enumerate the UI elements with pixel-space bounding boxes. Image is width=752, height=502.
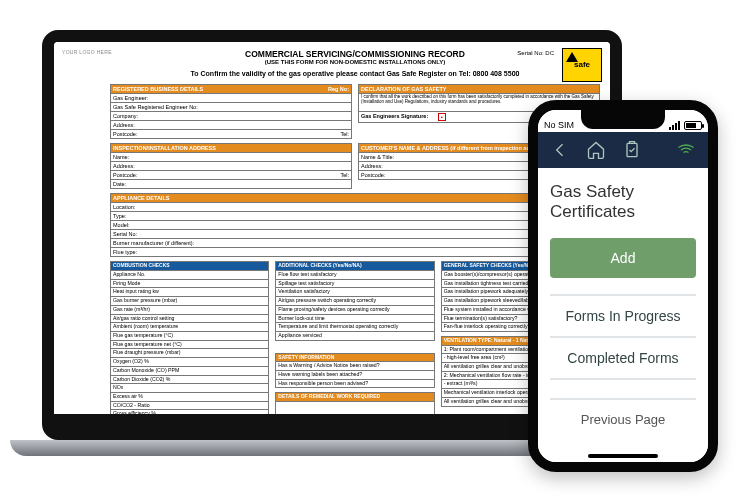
field[interactable]: Gas burner pressure (mbar) — [110, 297, 269, 306]
add-button[interactable]: Add — [550, 238, 696, 278]
document-form: YOUR LOGO HERE Serial No: DC safe COMMER… — [54, 42, 610, 414]
field[interactable]: Postcode:Tel: — [110, 130, 352, 139]
doc-validity: To Confirm the validity of the gas opera… — [110, 70, 600, 78]
field[interactable]: Location: — [110, 203, 600, 212]
field[interactable]: Flue gas temperature (°C) — [110, 332, 269, 341]
field[interactable]: Gas Safe Registered Engineer No: — [110, 103, 352, 112]
clipboard-icon[interactable] — [622, 140, 642, 160]
logo-placeholder: YOUR LOGO HERE — [62, 50, 112, 56]
signal-icon — [669, 121, 680, 130]
field[interactable]: Flame proving/safety devices operating c… — [275, 306, 434, 315]
field[interactable]: Spillage test satisfactory — [275, 280, 434, 289]
field[interactable]: CO flue dilution % — [110, 419, 269, 428]
field[interactable]: Model: — [110, 221, 600, 230]
field[interactable]: Air/gas ratio control setting — [110, 315, 269, 324]
field[interactable]: Air/gas pressure switch operating correc… — [275, 297, 434, 306]
field[interactable]: Address: — [110, 162, 352, 171]
field[interactable]: Company: — [110, 112, 352, 121]
field[interactable]: NOx — [110, 384, 269, 393]
phone-notch — [581, 109, 665, 129]
app-bar — [538, 132, 708, 168]
phone-mockup: No SIM 12:15 PM Gas Safety Certificates … — [528, 100, 718, 472]
field[interactable]: Appliance serviced — [275, 332, 434, 341]
field[interactable]: Address: — [110, 121, 352, 130]
section-combustion-heading: COMBUSTION CHECKS — [110, 261, 269, 271]
field[interactable]: Burner manufacturer (if different): — [110, 239, 600, 248]
field[interactable]: Postcode:Tel: — [110, 171, 352, 180]
field[interactable]: Firing Mode — [110, 280, 269, 289]
field[interactable]: Gas rate (m³/hr) — [110, 306, 269, 315]
section-declaration-heading: DECLARATION OF GAS SAFETY — [358, 84, 600, 94]
field[interactable]: Temperature and limit thermostat operati… — [275, 323, 434, 332]
field[interactable]: Flue type: — [110, 248, 600, 257]
field[interactable]: Have warning labels been attached? — [275, 371, 434, 380]
field[interactable]: Carbon Monoxide (CO) PPM — [110, 367, 269, 376]
section-workdone-heading: DETAILS OF WORK DONE — [275, 420, 434, 430]
section-safety-heading: SAFETY INFORMATION — [275, 353, 434, 363]
field[interactable]: Excess air % — [110, 393, 269, 402]
app-screen: Gas Safety Certificates Add Forms In Pro… — [538, 168, 708, 462]
field[interactable]: Burner lock-out time — [275, 315, 434, 324]
signature-box-icon[interactable]: • — [438, 113, 446, 121]
field[interactable] — [275, 429, 434, 440]
wifi-icon — [676, 140, 696, 160]
field[interactable]: Gas Engineer: — [110, 94, 352, 103]
field[interactable]: Ventilation satisfactory — [275, 288, 434, 297]
field[interactable]: Ambient (room) temperature — [110, 323, 269, 332]
completed-forms-button[interactable]: Completed Forms — [550, 338, 696, 380]
section-inspection-heading: INSPECTION/INSTALLATION ADDRESS — [110, 143, 352, 153]
gas-safe-logo: safe — [562, 48, 602, 82]
field[interactable]: Serial No: — [110, 230, 600, 239]
section-business-heading: REGISTERED BUSINESS DETAILS Reg No: — [110, 84, 352, 94]
field[interactable]: Type: — [110, 212, 600, 221]
forms-in-progress-button[interactable]: Forms In Progress — [550, 294, 696, 338]
home-indicator[interactable] — [588, 454, 658, 458]
previous-page-button[interactable]: Previous Page — [550, 398, 696, 439]
section-appliance-heading: APPLIANCE DETAILS — [110, 193, 600, 203]
field[interactable]: Has a Warning / Advice Notice been raise… — [275, 362, 434, 371]
field[interactable]: Gross efficiency % — [110, 410, 269, 419]
field[interactable]: Appliance No. — [110, 271, 269, 280]
page-title: Gas Safety Certificates — [550, 182, 696, 222]
field[interactable]: Name: — [110, 153, 352, 162]
field[interactable]: Heat input rating kw — [110, 288, 269, 297]
field[interactable]: Flue draught pressure (mbar) — [110, 349, 269, 358]
section-additional-heading: ADDITIONAL CHECKS (Yes/No/NA) — [275, 261, 434, 271]
doc-subtitle: (USE THIS FORM FOR NON-DOMESTIC INSTALLA… — [110, 59, 600, 66]
sim-status: No SIM — [544, 120, 574, 130]
battery-icon — [684, 121, 702, 130]
field[interactable]: Oxygen (O2) % — [110, 358, 269, 367]
field[interactable]: Date: — [110, 180, 352, 189]
section-remedial-heading: DETAILS OF REMEDIAL WORK REQUIRED — [275, 392, 434, 402]
back-icon[interactable] — [550, 140, 570, 160]
field[interactable]: Flue flow test satisfactory — [275, 271, 434, 280]
field[interactable]: Has responsible person been advised? — [275, 380, 434, 389]
field[interactable]: Flue gas temperature net (°C) — [110, 341, 269, 350]
field[interactable]: Carbon Dioxide (CO2) % — [110, 376, 269, 385]
field[interactable] — [275, 402, 434, 416]
field[interactable]: CO/CO2 - Ratio — [110, 402, 269, 411]
home-icon[interactable] — [586, 140, 606, 160]
serial-number: Serial No: DC — [517, 50, 554, 57]
